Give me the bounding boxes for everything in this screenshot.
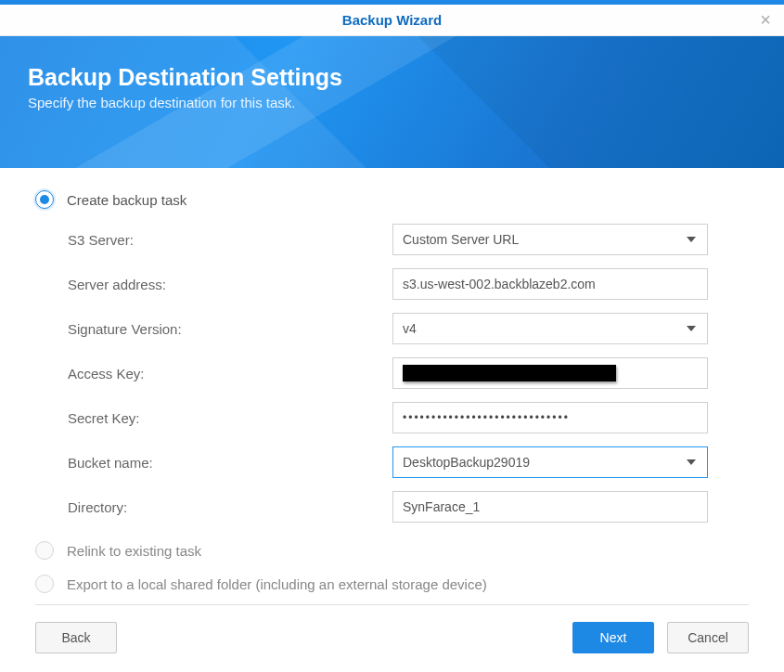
chevron-down-icon bbox=[687, 459, 696, 465]
close-icon[interactable]: × bbox=[760, 10, 771, 29]
access-key-input[interactable] bbox=[392, 357, 708, 389]
server-address-value: s3.us-west-002.backblazeb2.com bbox=[403, 277, 596, 291]
cancel-button-label: Cancel bbox=[688, 630, 728, 645]
signature-version-select[interactable]: v4 bbox=[392, 313, 708, 344]
chevron-down-icon bbox=[687, 326, 696, 331]
radio-icon bbox=[35, 190, 54, 209]
directory-input[interactable]: SynFarace_1 bbox=[392, 491, 708, 523]
option-create-label: Create backup task bbox=[67, 192, 186, 208]
s3-server-label: S3 Server: bbox=[68, 224, 383, 255]
footer-buttons: Back Next Cancel bbox=[35, 622, 749, 653]
s3-server-value: Custom Server URL bbox=[403, 232, 519, 247]
page-subtitle: Specify the backup destination for this … bbox=[28, 95, 756, 110]
bucket-name-value: DesktopBackup29019 bbox=[403, 455, 530, 470]
server-address-input[interactable]: s3.us-west-002.backblazeb2.com bbox=[392, 268, 708, 300]
form-grid: S3 Server: Custom Server URL Server addr… bbox=[68, 224, 749, 523]
footer: Back Next Cancel bbox=[0, 604, 784, 653]
titlebar: Backup Wizard × bbox=[0, 5, 784, 36]
cancel-button[interactable]: Cancel bbox=[667, 622, 749, 653]
back-button-label: Back bbox=[61, 630, 90, 645]
radio-icon bbox=[35, 575, 54, 593]
option-relink-label: Relink to existing task bbox=[67, 543, 201, 559]
next-button-label: Next bbox=[600, 630, 627, 645]
back-button[interactable]: Back bbox=[35, 622, 117, 653]
option-create-backup[interactable]: Create backup task bbox=[35, 190, 749, 209]
option-export[interactable]: Export to a local shared folder (includi… bbox=[35, 575, 749, 593]
directory-label: Directory: bbox=[68, 491, 383, 523]
bucket-name-label: Bucket name: bbox=[68, 446, 383, 478]
signature-version-label: Signature Version: bbox=[68, 313, 383, 344]
window-title: Backup Wizard bbox=[342, 12, 442, 28]
secret-key-input[interactable]: ••••••••••••••••••••••••••••• bbox=[392, 402, 708, 433]
s3-server-select[interactable]: Custom Server URL bbox=[392, 224, 708, 255]
footer-divider bbox=[35, 604, 749, 605]
secret-key-value: ••••••••••••••••••••••••••••• bbox=[403, 411, 570, 424]
page-title: Backup Destination Settings bbox=[28, 64, 756, 91]
option-relink[interactable]: Relink to existing task bbox=[35, 541, 749, 560]
form-content: Create backup task S3 Server: Custom Ser… bbox=[0, 168, 784, 593]
chevron-down-icon bbox=[687, 237, 696, 242]
option-export-label: Export to a local shared folder (includi… bbox=[67, 576, 487, 592]
access-key-label: Access Key: bbox=[68, 357, 383, 389]
bucket-name-select[interactable]: DesktopBackup29019 bbox=[392, 446, 708, 478]
secret-key-label: Secret Key: bbox=[68, 402, 383, 433]
signature-version-value: v4 bbox=[403, 321, 417, 336]
redacted-icon bbox=[403, 365, 616, 381]
radio-icon bbox=[35, 541, 54, 560]
hero-banner: Backup Destination Settings Specify the … bbox=[0, 36, 784, 168]
server-address-label: Server address: bbox=[68, 268, 383, 300]
next-button[interactable]: Next bbox=[572, 622, 654, 653]
directory-value: SynFarace_1 bbox=[403, 499, 480, 514]
